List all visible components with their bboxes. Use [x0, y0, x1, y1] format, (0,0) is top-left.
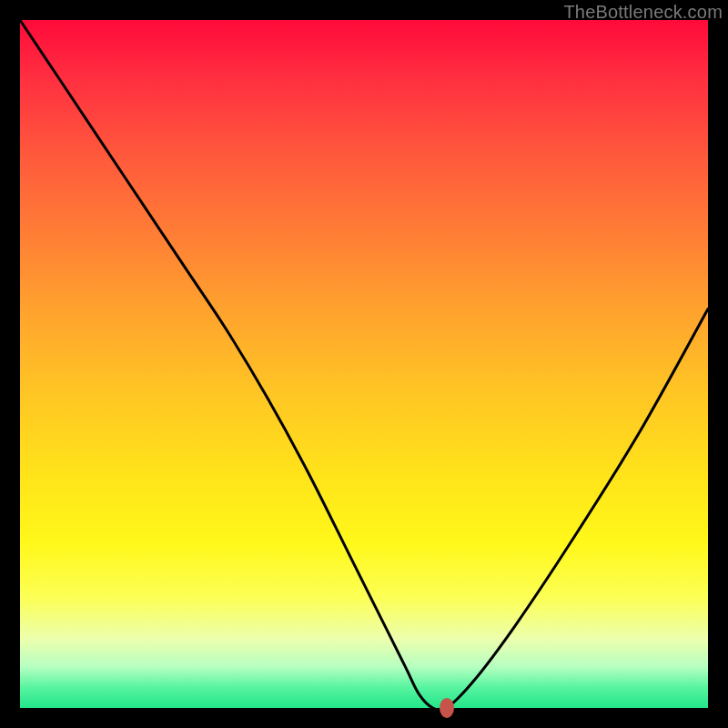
chart-frame: TheBottleneck.com — [0, 0, 728, 728]
plot-area — [20, 20, 708, 708]
bottleneck-curve — [20, 20, 708, 708]
bottleneck-marker — [440, 698, 454, 718]
curve-path — [20, 20, 708, 711]
